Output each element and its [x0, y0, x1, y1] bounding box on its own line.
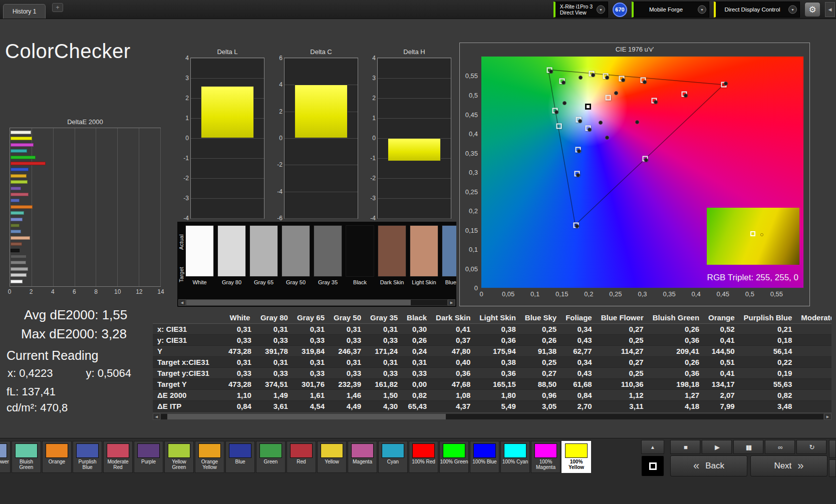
table-cell: 4,37	[431, 400, 475, 411]
scrollbar-thumb[interactable]	[186, 300, 411, 305]
back-button[interactable]: « Back	[670, 455, 747, 476]
patch-label: Bluish Green	[12, 459, 41, 470]
patch-button-100-magenta[interactable]: 100% Magenta	[531, 441, 561, 473]
edge-tile[interactable]	[829, 440, 836, 458]
table-cell: 65,43	[402, 400, 431, 411]
table-cell: 1,08	[431, 389, 475, 400]
chevron-down-icon[interactable]: ▼	[698, 6, 706, 14]
axis-tick-label: 1	[178, 115, 189, 122]
pattern-source-dropdown[interactable]: Mobile Forge ▼	[632, 2, 709, 18]
swatch-color	[217, 225, 246, 277]
patch-button-orange[interactable]: Orange	[42, 441, 72, 473]
table-cell: 0,36	[648, 334, 704, 345]
meter-dropdown[interactable]: X-Rite i1Pro 3 Direct View ▼	[553, 2, 608, 18]
scroll-left-icon[interactable]: ◀	[153, 413, 160, 420]
deltae-bar	[11, 131, 31, 134]
infinity-button[interactable]: ∞	[765, 440, 795, 454]
patch-swatch	[412, 443, 435, 458]
table-cell: 3,61	[256, 400, 293, 411]
deltae-bar	[11, 280, 23, 283]
patch-button-red[interactable]: Red	[287, 441, 316, 473]
pause-button[interactable]: ▮▮	[733, 440, 763, 454]
axis-tick-label: -6	[271, 215, 283, 222]
gear-icon[interactable]: ⚙	[804, 2, 820, 17]
deltae-bar	[11, 156, 36, 159]
loop-button[interactable]: ↻	[796, 440, 826, 454]
meter-count-badge[interactable]: 670	[613, 3, 627, 17]
transport-controls: ■▶▮▮∞↻	[670, 440, 826, 454]
axis-tick-label: 14	[157, 288, 164, 295]
play-icon: ▶	[715, 443, 719, 451]
patch-button-100-red[interactable]: 100% Red	[409, 441, 438, 473]
add-tab-button[interactable]: +	[52, 3, 63, 12]
patch-button-bluish-green[interactable]: Bluish Green	[12, 441, 41, 473]
current-xy-readout: x: 0,4223 y: 0,5064	[8, 367, 131, 380]
patch-button-yellow[interactable]: Yellow	[317, 441, 347, 473]
next-button[interactable]: Next »	[750, 455, 827, 476]
table-cell: 161,82	[366, 378, 402, 389]
edge-tile[interactable]	[829, 459, 836, 477]
table-cell: 0,82	[402, 389, 431, 400]
patch-label: 100% Yellow	[562, 459, 591, 470]
expand-patches-button[interactable]: ▲	[641, 440, 664, 454]
table-cell: 0,41	[431, 323, 475, 334]
table-cell: 0,25	[597, 334, 648, 345]
cie-point-measured	[576, 173, 580, 177]
table-cell: 0,31	[329, 356, 366, 367]
table-cell: 171,24	[366, 345, 402, 356]
scrollbar-track[interactable]	[186, 299, 448, 306]
patch-button-purple[interactable]: Purple	[134, 441, 163, 473]
patch-button-100-green[interactable]: 100% Green	[439, 441, 469, 473]
axis-tick-label: -4	[178, 215, 189, 222]
table-cell: 0,26	[648, 323, 704, 334]
tab-history-1[interactable]: History 1	[3, 4, 46, 19]
scrollbar-track[interactable]	[160, 413, 824, 420]
patch-button-100-yellow[interactable]: 100% Yellow	[562, 441, 591, 473]
table-cell: 47,68	[431, 378, 475, 389]
pattern-window-button[interactable]	[641, 455, 664, 476]
scroll-left-icon[interactable]: ◀	[178, 299, 186, 306]
patch-button-100-blue[interactable]: 100% Blue	[470, 441, 499, 473]
collapse-panel-icon[interactable]: ◀	[825, 2, 835, 17]
patch-swatch	[473, 443, 496, 458]
table-cell: 0,27	[597, 323, 648, 334]
axis-tick-label: 3	[365, 75, 376, 82]
chevron-down-icon[interactable]: ▼	[597, 6, 605, 14]
axis-tick-label: 6	[73, 288, 76, 295]
scroll-right-icon[interactable]: ▶	[448, 299, 455, 306]
scroll-right-icon[interactable]: ▶	[824, 413, 831, 420]
patch-swatch	[382, 443, 404, 458]
patch-label: Purplish Blue	[73, 459, 102, 470]
table-cell: 0,27	[597, 356, 648, 367]
patch-button-yellow-green[interactable]: Yellow Green	[164, 441, 194, 473]
patch-button-magenta[interactable]: Magenta	[348, 441, 377, 473]
pattern-source-label: Mobile Forge	[649, 7, 683, 13]
patch-button-moderate-red[interactable]: Moderate Red	[103, 441, 133, 473]
patch-button-blue-flower[interactable]: Blue Flower	[0, 441, 11, 473]
play-button[interactable]: ▶	[702, 440, 732, 454]
display-control-dropdown[interactable]: Direct Display Control ▼	[714, 2, 800, 18]
results-table-wrap: WhiteGray 80Gray 65Gray 50Gray 35BlackDa…	[153, 312, 831, 412]
table-cell: 47,80	[431, 345, 475, 356]
table-cell: 3,05	[520, 400, 561, 411]
patch-button-purplish-blue[interactable]: Purplish Blue	[73, 441, 102, 473]
chevron-down-icon[interactable]: ▼	[788, 6, 797, 14]
patch-button-cyan[interactable]: Cyan	[378, 441, 408, 473]
patch-label: 100% Magenta	[531, 459, 560, 470]
scrollbar-thumb[interactable]	[167, 414, 446, 419]
patch-swatch	[76, 443, 99, 458]
stop-button[interactable]: ■	[670, 440, 700, 454]
deltae2000-plot	[10, 128, 161, 287]
column-header: Gray 35	[366, 312, 402, 323]
cie-point-measured	[577, 149, 581, 153]
gridline	[191, 58, 264, 59]
patch-button-orange-yellow[interactable]: Orange Yellow	[195, 441, 224, 473]
swatch-label: Gray 65	[249, 279, 278, 285]
deltae-bar	[11, 199, 20, 202]
patch-button-100-cyan[interactable]: 100% Cyan	[500, 441, 530, 473]
swatch-label: White	[185, 279, 214, 285]
patch-label: 100% Cyan	[501, 459, 529, 464]
patch-button-green[interactable]: Green	[256, 441, 286, 473]
patch-button-blue[interactable]: Blue	[225, 441, 255, 473]
table-cell: 1,10	[224, 389, 256, 400]
